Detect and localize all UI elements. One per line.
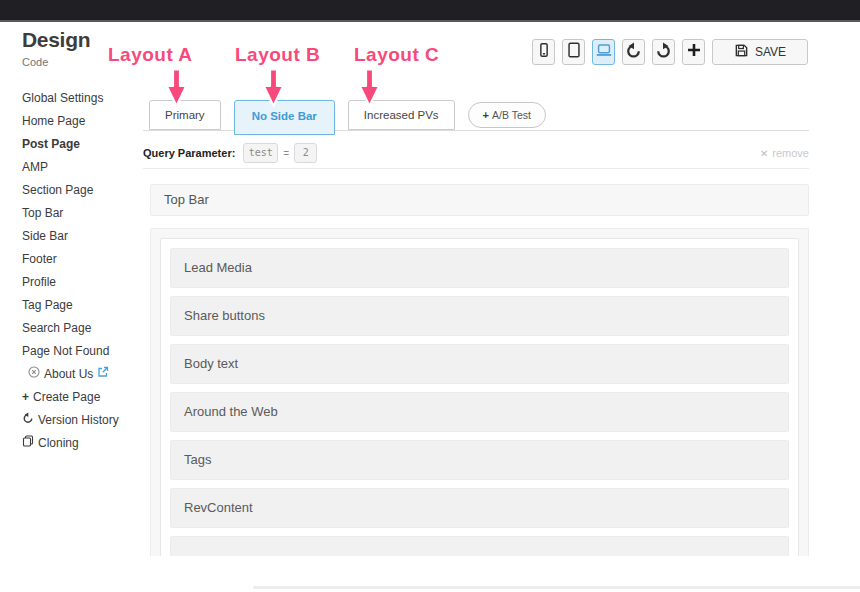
sidebar-item-home-page[interactable]: Home Page: [22, 110, 147, 133]
design-editor-page: Design Code Global Settings Home Page Po…: [0, 0, 860, 592]
sidebar-item-section-page[interactable]: Section Page: [22, 179, 147, 202]
query-value-input[interactable]: 2: [294, 143, 317, 163]
annotation-layout-b: Layout B: [235, 44, 320, 66]
sidebar-item-about-us[interactable]: About Us: [22, 363, 147, 386]
below-fold-edge: [253, 586, 860, 589]
save-icon: [734, 43, 749, 61]
ab-test-label: A/B Test: [492, 109, 531, 121]
external-link-icon[interactable]: [97, 363, 109, 386]
sidebar-item-label: Post Page: [22, 133, 80, 156]
sidebar-item-label: Home Page: [22, 110, 85, 133]
sidebar-item-label: Top Bar: [22, 202, 63, 225]
sidebar-item-label: Create Page: [33, 386, 100, 409]
add-ab-test-button[interactable]: + A/B Test: [468, 102, 546, 128]
sidebar-item-label: Profile: [22, 271, 56, 294]
app-top-bar: [0, 0, 860, 22]
undo-icon: [625, 42, 642, 63]
block-label: Body text: [171, 345, 788, 383]
sidebar-item-label: Tag Page: [22, 294, 73, 317]
sidebar-item-label: Search Page: [22, 317, 91, 340]
remove-label: remove: [772, 147, 809, 159]
layout-block-lead-media[interactable]: Lead Media: [170, 248, 789, 288]
layout-block-body-text[interactable]: Body text: [170, 344, 789, 384]
sidebar-item-global-settings[interactable]: Global Settings: [22, 87, 147, 110]
content-panel: Lead Media Share buttons Body text Aroun…: [160, 238, 799, 556]
plus-icon: [686, 42, 702, 62]
layout-block-partial[interactable]: [170, 536, 789, 556]
block-label: Share buttons: [171, 297, 788, 335]
sidebar-item-label: About Us: [44, 363, 93, 386]
sidebar-item-top-bar[interactable]: Top Bar: [22, 202, 147, 225]
sidebar-nav: Global Settings Home Page Post Page AMP …: [22, 87, 147, 455]
sidebar-item-side-bar[interactable]: Side Bar: [22, 225, 147, 248]
sidebar-item-label: Global Settings: [22, 87, 103, 110]
desktop-preview-button[interactable]: [592, 39, 615, 65]
query-param-input[interactable]: test: [243, 143, 278, 163]
history-icon: [22, 409, 34, 432]
remove-query-button[interactable]: ✕ remove: [760, 147, 809, 159]
sidebar-item-label: Side Bar: [22, 225, 68, 248]
plus-icon: +: [22, 386, 29, 409]
sidebar-item-create-page[interactable]: + Create Page: [22, 386, 147, 409]
x-icon: ✕: [760, 148, 768, 159]
circle-x-icon: [28, 363, 40, 386]
block-label: RevContent: [171, 489, 788, 527]
save-button[interactable]: SAVE: [712, 39, 808, 65]
editor-toolbar: SAVE: [532, 39, 808, 65]
section-divider: [143, 168, 809, 169]
sidebar-item-label: Footer: [22, 248, 57, 271]
layout-block-around-the-web[interactable]: Around the Web: [170, 392, 789, 432]
block-label: Around the Web: [171, 393, 788, 431]
query-parameter-label: Query Parameter:: [143, 147, 235, 159]
sidebar-item-page-not-found[interactable]: Page Not Found: [22, 340, 147, 363]
sidebar-item-label: Section Page: [22, 179, 93, 202]
mobile-preview-button[interactable]: [532, 39, 555, 65]
sidebar-item-label: AMP: [22, 156, 48, 179]
mobile-icon: [535, 41, 553, 63]
sidebar-item-profile[interactable]: Profile: [22, 271, 147, 294]
save-label: SAVE: [755, 45, 786, 59]
equals-sign: =: [283, 148, 289, 159]
sidebar-item-cloning[interactable]: Cloning: [22, 432, 147, 455]
arrow-down-icon: [262, 68, 285, 108]
tablet-preview-button[interactable]: [562, 39, 585, 65]
block-label: Tags: [171, 441, 788, 479]
clone-icon: [22, 432, 34, 455]
sidebar-item-footer[interactable]: Footer: [22, 248, 147, 271]
sidebar-item-label: Version History: [38, 409, 119, 432]
layout-container[interactable]: Lead Media Share buttons Body text Aroun…: [150, 228, 809, 556]
arrow-down-icon: [358, 68, 381, 108]
block-label: Lead Media: [171, 249, 788, 287]
sidebar-item-label: Page Not Found: [22, 340, 109, 363]
layout-tabs: Primary No Side Bar Increased PVs + A/B …: [149, 100, 546, 135]
block-label: Top Bar: [151, 185, 808, 215]
sidebar-item-tag-page[interactable]: Tag Page: [22, 294, 147, 317]
add-button[interactable]: [682, 39, 705, 65]
tablet-icon: [565, 41, 583, 63]
layout-block-revcontent[interactable]: RevContent: [170, 488, 789, 528]
layout-block-share-buttons[interactable]: Share buttons: [170, 296, 789, 336]
annotation-layout-c: Layout C: [354, 44, 439, 66]
undo-button[interactable]: [622, 39, 645, 65]
plus-icon: +: [483, 109, 489, 121]
sidebar-item-amp[interactable]: AMP: [22, 156, 147, 179]
sidebar-item-version-history[interactable]: Version History: [22, 409, 147, 432]
redo-icon: [655, 42, 672, 63]
arrow-down-icon: [165, 68, 188, 108]
annotation-layout-a: Layout A: [108, 44, 193, 66]
layout-block-top-bar[interactable]: Top Bar: [150, 184, 809, 216]
layout-block-tags[interactable]: Tags: [170, 440, 789, 480]
redo-button[interactable]: [652, 39, 675, 65]
query-parameter-row: Query Parameter: test = 2 ✕ remove: [143, 142, 809, 164]
sidebar-item-label: Cloning: [38, 432, 79, 455]
sidebar-item-search-page[interactable]: Search Page: [22, 317, 147, 340]
sidebar-item-post-page[interactable]: Post Page: [22, 133, 147, 156]
desktop-icon: [595, 41, 613, 63]
